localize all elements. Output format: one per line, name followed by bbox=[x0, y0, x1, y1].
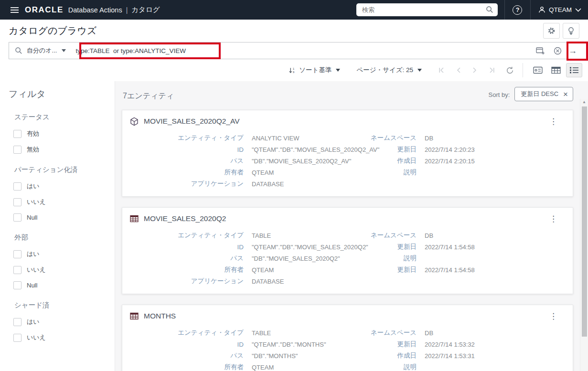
field-label: パス bbox=[130, 157, 244, 165]
field-value: DB bbox=[425, 232, 433, 239]
field-value: DATABASE bbox=[252, 180, 284, 188]
kebab-menu-icon[interactable]: ⋮ bbox=[549, 117, 557, 126]
scroll-up-icon[interactable]: ▲ bbox=[582, 99, 586, 106]
toolbar-divider bbox=[523, 63, 523, 77]
last-page-button[interactable] bbox=[489, 67, 495, 74]
settings-button[interactable] bbox=[543, 23, 560, 39]
header-search-input[interactable] bbox=[356, 3, 498, 16]
entity-name[interactable]: MONTHS bbox=[144, 312, 176, 320]
help-button[interactable]: ? bbox=[505, 0, 530, 20]
filter-option-label: はい bbox=[27, 182, 40, 191]
grid-view-icon bbox=[551, 66, 561, 74]
field-label: エンティティ・タイプ bbox=[130, 231, 244, 240]
vertical-scrollbar[interactable]: ▲ ▼ bbox=[580, 99, 588, 371]
hamburger-menu-icon[interactable] bbox=[6, 5, 25, 15]
analytic-view-icon bbox=[130, 117, 139, 126]
filter-option-external-null[interactable]: Null bbox=[13, 281, 106, 289]
field-value: DB bbox=[425, 135, 433, 142]
oracle-logo: ORACLE bbox=[25, 5, 64, 15]
filter-option-sharded-no[interactable]: いいえ bbox=[13, 333, 106, 342]
field-label: 所有者 bbox=[130, 168, 244, 177]
prev-page-button[interactable] bbox=[456, 67, 461, 74]
sort-order-icon: 19 bbox=[289, 67, 296, 74]
field-value: QTEAM bbox=[252, 266, 274, 274]
checkbox-sharded-yes[interactable] bbox=[13, 318, 21, 326]
filters-sidebar: フィルタ ステータス 有効 無効 パーティション化済 はい いいえ Null 外… bbox=[0, 81, 115, 371]
filter-option-external-yes[interactable]: はい bbox=[13, 250, 106, 258]
page-size-label: ページ・サイズ: 25 bbox=[356, 66, 413, 74]
field-label: 所有者 bbox=[130, 363, 244, 371]
filter-option-partitioned-yes[interactable]: はい bbox=[13, 182, 106, 191]
card-view-button[interactable] bbox=[530, 63, 546, 77]
results-toolbar: 19 ソート基準 ページ・サイズ: 25 bbox=[0, 59, 588, 81]
checkbox-external-null[interactable] bbox=[13, 281, 21, 289]
list-view-button[interactable] bbox=[566, 63, 582, 77]
field-label: エンティティ・タイプ bbox=[130, 329, 244, 337]
checkbox-disabled[interactable] bbox=[13, 146, 21, 154]
field-label: ID bbox=[130, 244, 244, 251]
field-value: DATABASE bbox=[252, 278, 284, 285]
app-name: Database Actions bbox=[68, 6, 122, 14]
entity-name[interactable]: MOVIE_SALES_2020Q2_AV bbox=[144, 117, 239, 126]
field-value: "DB"."MOVIE_SALES_2020Q2_AV" bbox=[252, 158, 351, 165]
field-value: "DB"."MOVIE_SALES_2020Q2" bbox=[252, 255, 340, 262]
checkbox-sharded-no[interactable] bbox=[13, 334, 21, 342]
filter-option-disabled[interactable]: 無効 bbox=[13, 145, 106, 154]
checkbox-partitioned-yes[interactable] bbox=[13, 182, 21, 191]
scope-dropdown-caret-icon[interactable] bbox=[62, 49, 66, 52]
sort-by-label: Sort by: bbox=[489, 91, 510, 98]
filter-option-external-no[interactable]: いいえ bbox=[13, 265, 106, 274]
first-page-button[interactable] bbox=[438, 67, 445, 74]
search-query-input[interactable]: type:TABLE or type:ANALYTIC_VIEW bbox=[75, 47, 536, 54]
field-label: 説明 bbox=[366, 363, 417, 371]
results-panel: 7エンティティ Sort by: 更新日 DESC × MOVIE_SALES_… bbox=[115, 81, 588, 371]
checkbox-external-yes[interactable] bbox=[13, 250, 21, 258]
field-label: 作成日 bbox=[366, 157, 417, 165]
header-page-name: カタログ bbox=[131, 5, 160, 14]
refresh-button[interactable] bbox=[506, 66, 514, 74]
field-value: 2022/7/14 2:20:23 bbox=[425, 146, 475, 153]
filter-section-sharded: シャード済 bbox=[14, 301, 106, 310]
checkbox-enabled[interactable] bbox=[13, 130, 21, 138]
page-size-button[interactable]: ページ・サイズ: 25 bbox=[356, 66, 422, 74]
sort-chip[interactable]: 更新日 DESC × bbox=[514, 87, 573, 101]
sort-caret-icon bbox=[336, 69, 340, 72]
tips-button[interactable] bbox=[563, 23, 579, 39]
scrollbar-thumb[interactable] bbox=[582, 106, 587, 337]
chip-close-icon[interactable]: × bbox=[563, 90, 568, 98]
field-value: 2022/7/14 1:53:32 bbox=[425, 341, 475, 348]
filter-option-partitioned-null[interactable]: Null bbox=[13, 213, 106, 222]
add-filter-card-icon[interactable] bbox=[536, 47, 545, 55]
clear-search-icon[interactable] bbox=[554, 47, 562, 55]
entity-card[interactable]: MOVIE_SALES_2020Q2 ⋮ エンティティ・タイプTABLE ID"… bbox=[122, 207, 573, 294]
run-search-button[interactable]: → bbox=[564, 46, 582, 56]
next-page-button[interactable] bbox=[472, 67, 477, 74]
kebab-menu-icon[interactable]: ⋮ bbox=[549, 215, 557, 223]
filter-section-partitioned: パーティション化済 bbox=[14, 165, 106, 174]
entity-card[interactable]: MONTHS ⋮ エンティティ・タイプTABLE ID"QTEAM"."DB".… bbox=[122, 305, 573, 371]
search-scope-value[interactable]: 自分のオ... bbox=[27, 46, 57, 55]
filter-option-enabled[interactable]: 有効 bbox=[13, 129, 106, 138]
checkbox-partitioned-null[interactable] bbox=[13, 213, 21, 222]
search-icon[interactable] bbox=[486, 6, 493, 13]
filter-option-partitioned-no[interactable]: いいえ bbox=[13, 198, 106, 206]
filter-option-sharded-yes[interactable]: はい bbox=[13, 318, 106, 326]
field-label: 更新日 bbox=[366, 145, 417, 154]
field-value: "DB"."MONTHS" bbox=[252, 352, 298, 360]
grid-view-button[interactable] bbox=[548, 63, 564, 77]
field-value: ANALYTIC VIEW bbox=[252, 135, 299, 142]
entity-card[interactable]: MOVIE_SALES_2020Q2_AV ⋮ エンティティ・タイプANALYT… bbox=[122, 110, 573, 197]
field-value: QTEAM bbox=[252, 169, 274, 176]
entity-name[interactable]: MOVIE_SALES_2020Q2 bbox=[144, 214, 226, 223]
sort-menu-button[interactable]: 19 ソート基準 bbox=[289, 66, 340, 74]
field-value: TABLE bbox=[252, 329, 271, 337]
app-header: ORACLE Database Actions | カタログ ? QTEAM bbox=[0, 0, 588, 20]
filter-option-label: Null bbox=[27, 282, 37, 289]
kebab-menu-icon[interactable]: ⋮ bbox=[549, 312, 557, 320]
checkbox-external-no[interactable] bbox=[13, 266, 21, 274]
entity-count: 7エンティティ bbox=[123, 91, 174, 101]
checkbox-partitioned-no[interactable] bbox=[13, 198, 21, 206]
user-menu[interactable]: QTEAM bbox=[531, 0, 588, 20]
field-value: 2022/7/14 2:20:15 bbox=[425, 158, 475, 165]
filter-option-label: 無効 bbox=[27, 145, 39, 154]
